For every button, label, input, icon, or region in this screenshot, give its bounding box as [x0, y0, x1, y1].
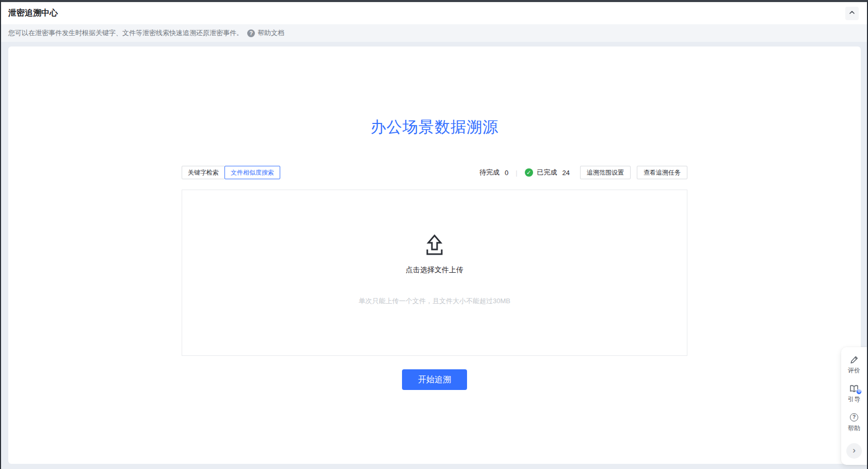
description-bar: 您可以在泄密事件发生时根据关键字、文件等泄密线索快速追溯还原泄密事件。 ? 帮助…	[1, 24, 867, 42]
question-icon: ?	[849, 412, 859, 423]
book-icon	[849, 383, 859, 394]
guide-badge	[856, 389, 862, 395]
content-column: 办公场景数据溯源 关键字检索 文件相似度搜索 待完成 0 | ✓ 已完成 24 …	[182, 46, 687, 390]
scene-title: 办公场景数据溯源	[182, 117, 687, 138]
help-label: 帮助	[848, 424, 860, 433]
upload-hint: 单次只能上传一个文件，且文件大小不能超过30MB	[359, 296, 510, 306]
leak-trace-center-window: 泄密追溯中心 您可以在泄密事件发生时根据关键字、文件等泄密线索快速追溯还原泄密事…	[0, 0, 868, 469]
tab-keyword-search[interactable]: 关键字检索	[182, 166, 225, 179]
feedback-label: 评价	[848, 366, 860, 375]
guide-label: 引导	[848, 395, 860, 404]
help-doc-icon: ?	[247, 29, 255, 37]
help-doc-link[interactable]: 帮助文档	[258, 28, 284, 38]
pending-value: 0	[505, 169, 508, 177]
done-value: 24	[562, 169, 570, 177]
file-upload-dropzone[interactable]: 点击选择文件上传 单次只能上传一个文件，且文件大小不能超过30MB	[182, 190, 687, 356]
help-item[interactable]: ? 帮助	[848, 412, 860, 433]
start-trace-button[interactable]: 开始追溯	[402, 369, 467, 390]
page-title: 泄密追溯中心	[8, 8, 58, 19]
tab-file-similarity-search[interactable]: 文件相似度搜索	[224, 166, 280, 179]
toolbar-row: 关键字检索 文件相似度搜索 待完成 0 | ✓ 已完成 24 追溯范围设置 查看…	[182, 166, 687, 179]
task-stats: 待完成 0 | ✓ 已完成 24 追溯范围设置 查看追溯任务	[479, 166, 687, 179]
stats-divider: |	[516, 169, 517, 177]
feedback-item[interactable]: 评价	[848, 354, 860, 375]
done-label: 已完成	[537, 168, 557, 177]
chevron-up-icon	[848, 9, 856, 18]
pending-label: 待完成	[479, 168, 500, 177]
page-description: 您可以在泄密事件发生时根据关键字、文件等泄密线索快速追溯还原泄密事件。	[8, 28, 243, 38]
floating-side-toolbar: 评价 引导 ? 帮助 ›	[841, 347, 867, 465]
view-trace-tasks-button[interactable]: 查看追溯任务	[637, 166, 687, 179]
pencil-icon	[849, 354, 859, 365]
toolbar-collapse-button[interactable]: ›	[846, 443, 862, 459]
upload-icon	[422, 232, 447, 259]
check-circle-icon: ✓	[525, 168, 533, 177]
main-card: 办公场景数据溯源 关键字检索 文件相似度搜索 待完成 0 | ✓ 已完成 24 …	[8, 46, 861, 464]
upload-label: 点击选择文件上传	[406, 265, 463, 275]
trace-scope-settings-button[interactable]: 追溯范围设置	[580, 166, 631, 179]
guide-item[interactable]: 引导	[848, 383, 860, 404]
chevron-right-icon: ›	[853, 445, 856, 456]
collapse-panel-button[interactable]	[845, 7, 859, 20]
search-mode-tabs: 关键字检索 文件相似度搜索	[182, 166, 280, 179]
page-header: 泄密追溯中心	[1, 2, 867, 24]
